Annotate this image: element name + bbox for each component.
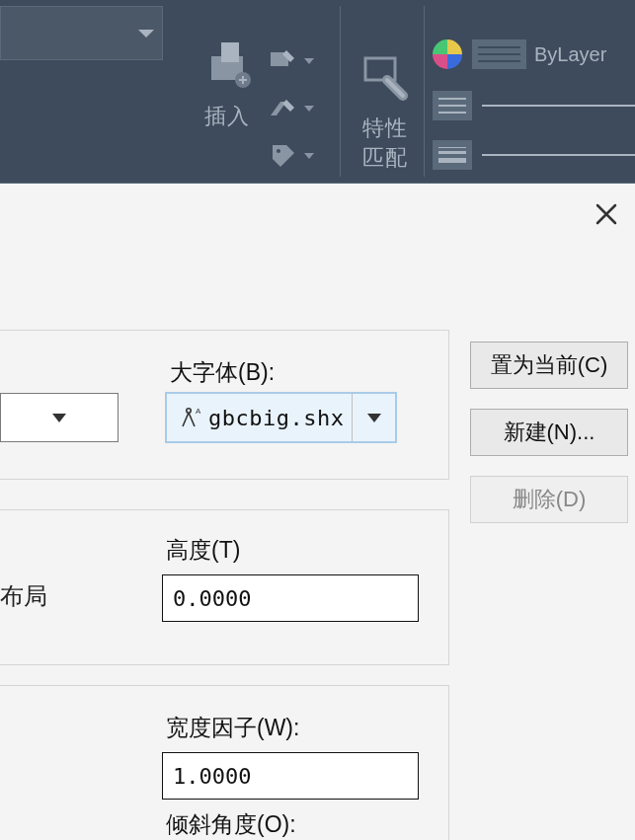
ribbon-bar: 插入 [0, 0, 635, 184]
match-properties-icon[interactable] [357, 50, 413, 106]
oblique-angle-label: 倾斜角度(O): [166, 809, 296, 840]
linetype-pick-icon[interactable] [433, 91, 472, 120]
dropdown-arrow-icon[interactable] [304, 58, 314, 64]
edit-block-icon[interactable] [267, 44, 300, 78]
height-label: 高度(T) [166, 535, 240, 566]
edit-attribute-icon[interactable] [267, 92, 300, 125]
lineweight-preview[interactable] [482, 154, 635, 156]
dropdown-arrow-icon[interactable] [304, 106, 314, 112]
insert-label: 插入 [204, 102, 250, 131]
delete-style-button: 删除(D) [470, 476, 628, 523]
new-style-button[interactable]: 新建(N)... [470, 409, 628, 456]
svg-point-4 [277, 149, 280, 153]
button-label: 新建(N)... [504, 418, 595, 447]
layer-dropdown[interactable] [0, 6, 163, 60]
big-font-combobox[interactable]: A gbcbig.shx [166, 393, 396, 442]
match-properties-label: 特性 匹配 [362, 114, 408, 173]
big-font-value: gbcbig.shx [208, 406, 346, 430]
button-label: 删除(D) [513, 485, 587, 514]
set-current-button[interactable]: 置为当前(C) [470, 342, 628, 389]
lineweight-pick-icon[interactable] [433, 140, 472, 170]
insert-icon[interactable] [199, 38, 255, 94]
font-name-combobox[interactable] [0, 393, 119, 442]
tag-icon[interactable] [267, 139, 300, 173]
bylayer-label: ByLayer [534, 43, 606, 66]
compass-font-icon: A [175, 404, 202, 431]
dropdown-arrow-icon[interactable] [304, 153, 314, 159]
width-factor-input[interactable] [162, 752, 419, 800]
svg-text:A: A [196, 407, 200, 416]
linetype-preview[interactable] [482, 105, 635, 107]
linetype-swatch[interactable] [472, 39, 526, 69]
svg-point-6 [187, 409, 191, 413]
big-font-label: 大字体(B): [170, 357, 275, 388]
height-input[interactable] [162, 574, 419, 622]
text-style-dialog: 大字体(B): 高度(T) 布局 宽度因子(W): 倾斜角度(O): A gbc… [0, 184, 635, 840]
svg-rect-1 [221, 42, 239, 62]
width-factor-label: 宽度因子(W): [166, 713, 299, 743]
color-wheel-icon[interactable] [433, 39, 462, 69]
chevron-down-icon [52, 414, 66, 422]
layout-label: 布局 [0, 580, 47, 612]
button-label: 置为当前(C) [491, 350, 608, 380]
chevron-down-icon [367, 414, 381, 422]
